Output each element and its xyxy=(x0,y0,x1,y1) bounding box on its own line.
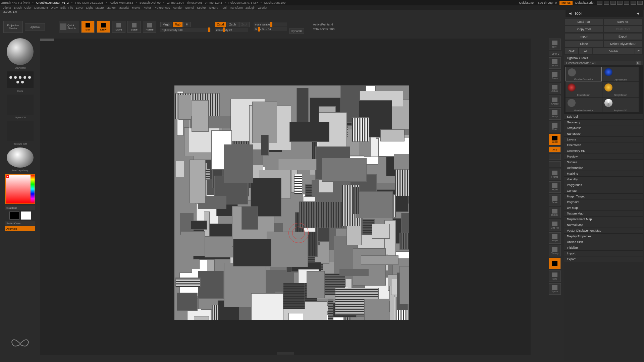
frame-button[interactable]: Frame xyxy=(549,169,561,180)
menu-transform[interactable]: Transform xyxy=(229,6,243,9)
menu-layer[interactable]: Layer xyxy=(76,6,84,9)
section-visibility[interactable]: Visibility xyxy=(564,176,643,182)
rgb-button[interactable]: Rgb xyxy=(173,22,183,27)
section-arraymesh[interactable]: ArrayMesh xyxy=(564,125,643,131)
shelf-handle[interactable] xyxy=(277,352,294,355)
menu-light[interactable]: Light xyxy=(86,6,93,9)
section-export[interactable]: Export xyxy=(564,256,643,262)
menu-marker[interactable]: Marker xyxy=(106,6,116,9)
stroke-preview[interactable] xyxy=(7,71,34,88)
zadd-button[interactable]: Zadd xyxy=(215,22,226,27)
doc-tab[interactable] xyxy=(40,39,54,41)
section-preview[interactable]: Preview xyxy=(564,154,643,159)
local-button[interactable]: Local xyxy=(549,134,561,145)
draw-size-slider[interactable]: Draw Size 64 xyxy=(254,27,287,31)
section-nanomesh[interactable]: NanoMesh xyxy=(564,131,643,136)
menu-movie[interactable]: Movie xyxy=(132,6,140,9)
scale-view-button[interactable]: Scale xyxy=(549,194,561,205)
menu-tool[interactable]: Tool xyxy=(221,6,227,9)
goz-r-button[interactable]: R xyxy=(635,48,642,54)
menu-alpha[interactable]: Alpha xyxy=(3,6,11,9)
lightbox-tools-link[interactable]: Lightbox › Tools xyxy=(564,55,643,61)
alpha-slot[interactable] xyxy=(7,95,34,115)
xpose-button[interactable]: Xpose xyxy=(549,283,561,295)
zsub-button[interactable]: Zsub xyxy=(227,22,238,27)
primary-color-swatch[interactable] xyxy=(21,212,31,220)
menu-document[interactable]: Document xyxy=(34,6,48,9)
make-polymesh3d-button[interactable]: Make PolyMesh3D xyxy=(604,41,642,47)
lightbox-button[interactable]: LightBox xyxy=(25,23,45,31)
goz-visible-button[interactable]: Visible xyxy=(593,48,635,54)
floor-button[interactable]: Floor xyxy=(549,121,561,132)
save-as-button[interactable]: Save As xyxy=(604,19,642,25)
actual-button[interactable]: Actual xyxy=(549,83,561,94)
goz-button[interactable]: GoZ xyxy=(565,48,578,54)
section-fibermesh[interactable]: FiberMesh xyxy=(564,142,643,148)
goz-all-button[interactable]: All xyxy=(579,48,592,54)
section-vector-displacement-map[interactable]: Vector Displacement Map xyxy=(564,228,643,233)
menu-stroke[interactable]: Stroke xyxy=(197,6,206,9)
section-texture-map[interactable]: Texture Map xyxy=(564,210,643,216)
section-initialize[interactable]: Initialize xyxy=(564,245,643,250)
section-surface[interactable]: Surface xyxy=(564,159,643,165)
section-deformation[interactable]: Deformation xyxy=(564,165,643,171)
section-masking[interactable]: Masking xyxy=(564,171,643,176)
r-sym-button[interactable] xyxy=(549,161,561,167)
xyz-button[interactable]: XYZ xyxy=(549,146,561,153)
tool-item-polymesh3d[interactable]: PolyMesh3D xyxy=(602,98,639,112)
menu-texture[interactable]: Texture xyxy=(208,6,218,9)
persp-button[interactable]: Persp xyxy=(549,108,561,120)
window-close[interactable] xyxy=(637,1,643,5)
paste-tool-button[interactable]: Paste Tool xyxy=(604,26,642,32)
menu-edit[interactable]: Edit xyxy=(60,6,66,9)
rgb-intensity-slider[interactable]: Rgb Intensity 100 xyxy=(160,28,211,32)
menu-file[interactable]: File xyxy=(68,6,73,9)
zcut-button[interactable]: Zcut xyxy=(239,22,250,27)
quicksave-button[interactable]: QuickSave xyxy=(518,1,535,4)
tool-item-eraserbrush[interactable]: EraserBrush xyxy=(566,82,602,97)
focal-shift-slider[interactable]: Focal Shift 0 xyxy=(254,22,287,26)
section-displacement-map[interactable]: Displacement Map xyxy=(564,216,643,222)
menu-picker[interactable]: Picker xyxy=(143,6,151,9)
menu-stencil[interactable]: Stencil xyxy=(185,6,194,9)
section-geometry-hd[interactable]: Geometry HD xyxy=(564,148,643,154)
rotate-view-button[interactable]: Rotate xyxy=(549,207,561,218)
projection-master-button[interactable]: Projection Master xyxy=(3,21,23,33)
tool-palette-header[interactable]: ◄Tool◄ xyxy=(566,10,643,17)
tool-item-simplebrush[interactable]: SimpleBrush xyxy=(602,82,639,97)
section-uv-map[interactable]: UV Map xyxy=(564,205,643,210)
ghost-button[interactable] xyxy=(549,258,561,269)
solo-button[interactable]: Solo xyxy=(549,270,561,282)
texture-slot[interactable] xyxy=(7,121,34,141)
tool-item-alphabrush[interactable]: AlphaBrush xyxy=(602,67,639,81)
menu-color[interactable]: Color xyxy=(24,6,32,9)
export-button[interactable]: Export xyxy=(604,34,642,40)
menu-render[interactable]: Render xyxy=(173,6,183,9)
scroll-button[interactable]: Scroll xyxy=(549,57,561,69)
window-maximize[interactable] xyxy=(631,1,636,5)
section-geometry[interactable]: Geometry xyxy=(564,119,643,125)
transp-button[interactable]: Transp xyxy=(549,245,561,256)
draw-mode-button[interactable]: Draw xyxy=(97,21,110,33)
import-button[interactable]: Import xyxy=(565,34,603,40)
section-contact[interactable]: Contact xyxy=(564,188,643,193)
tool-item-greeble2[interactable]: GreebleGenerator xyxy=(566,98,602,112)
bpr-button[interactable]: BPR xyxy=(549,39,561,50)
switchcolor-button[interactable]: SwitchColor xyxy=(5,221,35,226)
menu-preferences[interactable]: Preferences xyxy=(154,6,170,9)
linefill-button[interactable]: Line Fill xyxy=(549,220,561,231)
move-mode-button[interactable]: Move xyxy=(112,21,125,33)
polyf-button[interactable]: PolyF xyxy=(549,232,561,244)
dynamic-button[interactable]: Dynamic xyxy=(289,28,304,34)
section-polypaint[interactable]: Polypaint xyxy=(564,199,643,205)
brush-preview[interactable] xyxy=(7,38,34,65)
load-tool-button[interactable]: Load Tool xyxy=(565,19,603,25)
window-btn-2[interactable] xyxy=(604,1,609,5)
section-normal-map[interactable]: Normal Map xyxy=(564,222,643,228)
scale-mode-button[interactable]: Scale xyxy=(127,21,141,33)
window-minimize[interactable] xyxy=(624,1,629,5)
current-tool-name[interactable]: GreebleGenerator. 48R xyxy=(564,61,643,65)
edit-mode-button[interactable]: Edit xyxy=(81,21,95,33)
window-btn-4[interactable] xyxy=(617,1,623,5)
move-view-button[interactable]: Move xyxy=(549,181,561,193)
